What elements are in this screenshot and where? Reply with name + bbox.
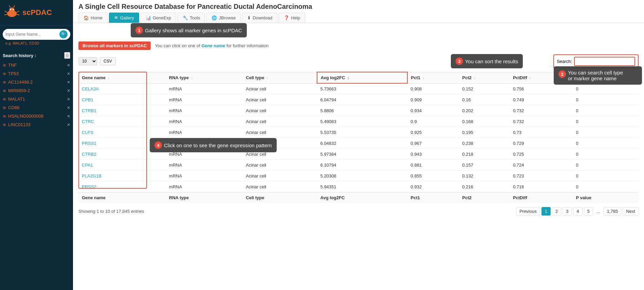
gene-link[interactable]: PRSS2 <box>82 184 96 189</box>
cell-celltype: Acinar cell <box>242 138 317 149</box>
csv-button[interactable]: CSV <box>100 57 116 65</box>
gene-link[interactable]: CLPS <box>82 130 93 135</box>
sidebar: scPDAC 🔍 e.g. MALAT1, CD3D Search histor… <box>0 0 73 290</box>
page-3-button[interactable]: 3 <box>563 207 572 216</box>
cell-celltype: Acinar cell <box>242 116 317 127</box>
remove-history-button[interactable]: ✕ <box>67 88 70 93</box>
content-area: 1 Gallery shows all marker genes in scPD… <box>73 23 644 290</box>
remove-history-button[interactable]: ✕ <box>67 97 70 102</box>
page-title: A Single Cell Resource Database for Panc… <box>78 3 639 11</box>
cell-pvalue: 0 <box>573 127 639 138</box>
th-rna_type[interactable]: RNA type ↕ <box>166 72 242 83</box>
gene-icon: ≋ <box>3 80 6 85</box>
nav-tab-help[interactable]: ❓Help <box>279 13 305 23</box>
th-pct1[interactable]: Pct1 ↕ <box>407 72 459 83</box>
cell-pvalue: 0 <box>573 116 639 127</box>
clear-history-button[interactable]: 🗑 <box>64 52 70 59</box>
th-avg_log2fc[interactable]: Avg log2FC ↕ <box>317 72 407 83</box>
cell-pct2: 0.168 <box>459 116 510 127</box>
cell-pct2: 0.202 <box>459 105 510 116</box>
remove-history-button[interactable]: ✕ <box>67 105 70 110</box>
gene-name-label[interactable]: MIR6859-2 <box>8 88 67 93</box>
table-row: CLPSmRNAAcinar cell5.537350.9250.1950.73… <box>78 127 639 138</box>
remove-history-button[interactable]: ✕ <box>67 80 70 85</box>
th-cell_type[interactable]: Cell type ↕ <box>242 72 317 83</box>
gene-link[interactable]: PLA2G1B <box>82 173 102 178</box>
gene-name-label[interactable]: TP53 <box>8 71 67 76</box>
gene-name-label[interactable]: HSALNG0000008 <box>8 114 67 119</box>
nav-tab-jbrowse[interactable]: 🌐JBrowse <box>206 13 241 23</box>
table-row: CTRB1mRNAAcinar cell5.88060.9340.2020.73… <box>78 105 639 116</box>
gene-link[interactable]: CTRB1 <box>82 108 96 113</box>
nav-tab-geneexp[interactable]: 📊GeneExp <box>141 13 176 23</box>
nav-tab-tools[interactable]: 🔧Tools <box>178 13 205 23</box>
sort-arrow-pct1: ↕ <box>422 76 424 80</box>
svg-point-7 <box>13 9 14 10</box>
page-5-button[interactable]: 5 <box>584 207 593 216</box>
cell-pct2: 0.152 <box>459 83 510 95</box>
th-label-pctdiff: PctDiff <box>513 75 527 80</box>
page-4-button[interactable]: 4 <box>573 207 582 216</box>
gene-link[interactable]: CPB1 <box>82 97 93 102</box>
cell-rna: mRNA <box>166 95 242 105</box>
page-1-button[interactable]: 1 <box>541 207 551 216</box>
tab-label: JBrowse <box>219 15 236 20</box>
cell-gene: CTRB1 <box>78 105 166 116</box>
cell-gene: PLA2G1B <box>78 171 166 182</box>
gene-search-input[interactable] <box>5 32 59 37</box>
nav-tab-gallery[interactable]: 👁Gallery <box>109 13 139 23</box>
history-item: ≋ TP53 ✕ <box>0 69 73 78</box>
tab-label: Home <box>91 15 103 20</box>
th-pct2[interactable]: Pct2 ↕ <box>459 72 510 83</box>
hint-suffix: for further information <box>226 43 269 48</box>
per-page-select[interactable]: 102550100 <box>78 57 97 65</box>
gene-name-label[interactable]: CD86 <box>8 105 67 110</box>
remove-history-button[interactable]: ✕ <box>67 122 70 127</box>
svg-line-8 <box>9 5 10 7</box>
remove-history-button[interactable]: ✕ <box>67 63 70 68</box>
cell-pct1: 0.943 <box>407 149 459 160</box>
remove-history-button[interactable]: ✕ <box>67 114 70 119</box>
th-pctdiff[interactable]: PctDiff ↕ <box>510 72 573 83</box>
th-pvalue[interactable]: P value ↕ <box>573 72 639 83</box>
gene-name-label[interactable]: MALAT1 <box>8 97 67 102</box>
cell-rna: mRNA <box>166 83 242 95</box>
table-search-input[interactable] <box>574 57 635 66</box>
gene-name-label[interactable]: LINC01133 <box>8 122 67 127</box>
nav-tab-home[interactable]: 🏠Home <box>78 13 108 23</box>
th-label-pvalue: P value <box>576 75 591 80</box>
gene-link[interactable]: CTRB2 <box>82 152 96 157</box>
gene-name-label[interactable]: TNF <box>8 63 67 68</box>
page-last-button[interactable]: 1,785 <box>604 207 622 216</box>
history-item: ≋ MALAT1 ✕ <box>0 95 73 103</box>
gene-link[interactable]: CELA3A <box>82 86 99 91</box>
gene-link[interactable]: CPA1 <box>82 163 93 168</box>
svg-line-5 <box>16 14 19 15</box>
tab-label: Help <box>291 15 300 20</box>
cell-pctdiff: 0.724 <box>510 160 573 171</box>
cell-pct2: 0.216 <box>459 182 510 192</box>
topbar: A Single Cell Resource Database for Panc… <box>73 0 644 23</box>
cell-pct2: 0.218 <box>459 149 510 160</box>
remove-history-button[interactable]: ✕ <box>67 71 70 76</box>
cell-pctdiff: 0.749 <box>510 95 573 105</box>
tf-pct1: Pct1 <box>407 192 459 203</box>
gene-link[interactable]: PRSS1 <box>82 141 96 146</box>
cell-avg: 5.73663 <box>317 83 407 95</box>
cell-gene: CTRB2 <box>78 149 166 160</box>
history-item: ≋ LINC01133 ✕ <box>0 120 73 129</box>
gene-link[interactable]: CTRC <box>82 119 94 124</box>
table-controls: 102550100 CSV 3 You can sort the results… <box>78 54 639 68</box>
cell-gene: CTRC <box>78 116 166 127</box>
gene-search-button[interactable]: 🔍 <box>59 30 68 38</box>
cell-pct2: 0.195 <box>459 127 510 138</box>
nav-tab-download[interactable]: ⬇Download <box>242 13 277 23</box>
next-page-button[interactable]: Next <box>623 207 639 216</box>
gene-name-label[interactable]: AC114498.2 <box>8 80 67 85</box>
prev-page-button[interactable]: Previous <box>516 207 540 216</box>
browse-header: Browse all markers in scPDAC You can cli… <box>78 41 639 50</box>
th-gene_name[interactable]: Gene name ↕ <box>78 72 166 83</box>
cell-rna: mRNA <box>166 138 242 149</box>
hint-prefix: You can click on one of <box>155 43 200 48</box>
page-2-button[interactable]: 2 <box>552 207 561 216</box>
